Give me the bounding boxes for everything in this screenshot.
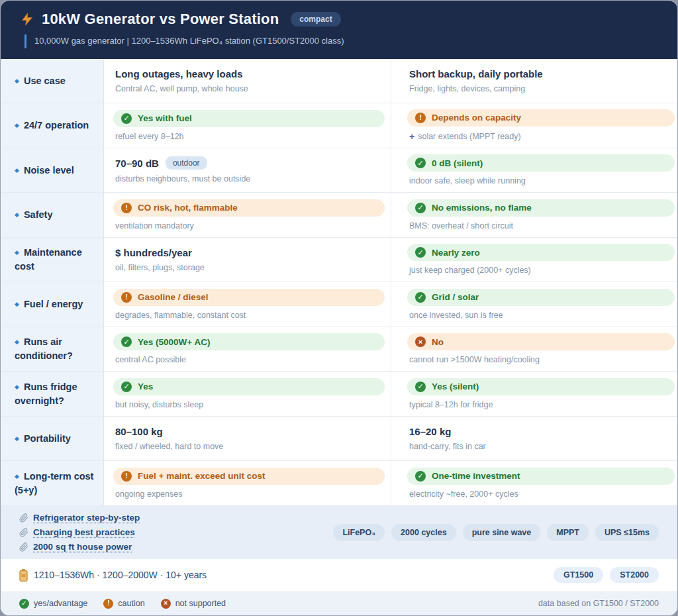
model-badge: GT1500	[554, 567, 603, 583]
cell-sub-text: BMS: overheat / short circuit	[407, 221, 675, 231]
cell-sub-text: electricity ~free, 2000+ cycles	[407, 489, 675, 499]
sub-text: fixed / wheeled, hard to move	[115, 442, 223, 452]
station-cell: 16–20 kghand-carry, fits in car	[391, 417, 678, 461]
cell-sub-text: indoor safe, sleep while running	[407, 176, 675, 186]
row-label: ◆Safety	[15, 208, 52, 222]
row-label-text: Maintenance cost	[15, 247, 82, 272]
station-cell: ×Nocannot run >1500W heating/cooling	[391, 327, 678, 372]
status-pill-bad: ×No	[407, 333, 675, 350]
link-label: 2000 sq ft house power	[33, 542, 132, 552]
status-pill-good: ✓One-time investment	[407, 468, 675, 485]
pill-text: 0 dB (silent)	[432, 158, 483, 168]
row-label: ◆Maintenance cost	[15, 246, 97, 274]
pill-text: Yes (silent)	[432, 382, 479, 391]
generator-cell: ✓Yes with fuelrefuel every 8–12h	[104, 103, 391, 148]
cell-sub-text: refuel every 8–12h	[113, 132, 385, 142]
lightning-bolt-icon	[21, 11, 34, 27]
row-label-text: Use case	[24, 76, 66, 86]
diamond-bullet-icon: ◆	[15, 301, 19, 307]
exclamation-icon: !	[121, 292, 132, 303]
comparison-card: 10kW Generator vs Power Station compact …	[0, 0, 678, 616]
sub-text: but noisy, disturbs sleep	[115, 400, 203, 410]
sub-text: ventilation mandatory	[115, 221, 194, 231]
legend-items: ✓yes/advantage!caution×not supported	[19, 599, 226, 609]
sub-text: degrades, flammable, constant cost	[115, 311, 246, 321]
footer-link[interactable]: Charging best practices	[19, 527, 140, 537]
row-label: ◆Noise level	[15, 164, 74, 178]
outdoor-tag: outdoor	[166, 156, 207, 170]
cell-sub-text: degrades, flammable, constant cost	[113, 311, 385, 321]
main-value: 70–90 dB	[115, 158, 159, 169]
pill-text: CO risk, hot, flammable	[138, 203, 238, 213]
check-icon: ✓	[121, 382, 132, 392]
status-pill-good: ✓Grid / solar	[407, 289, 675, 306]
status-pill-good: ✓Yes (silent)	[407, 378, 675, 395]
generator-cell: !Gasoline / dieseldegrades, flammable, c…	[104, 282, 391, 327]
status-pill-warn: !Gasoline / diesel	[113, 289, 385, 306]
footer-link[interactable]: Refrigerator step-by-step	[19, 513, 140, 523]
check-icon: ✓	[415, 382, 426, 392]
diamond-bullet-icon: ◆	[15, 211, 19, 218]
row-label-text: Runs air conditioner?	[15, 336, 73, 361]
check-icon: ✓	[415, 203, 426, 213]
diamond-bullet-icon: ◆	[15, 435, 19, 442]
status-pill-good: ✓Yes (5000W+ AC)	[113, 333, 385, 350]
row-label: ◆Portability	[15, 432, 71, 446]
spec-tag: 2000 cycles	[391, 524, 456, 541]
diamond-bullet-icon: ◆	[15, 77, 19, 84]
cell-main-text: 70–90 dBoutdoor	[113, 156, 385, 170]
generator-cell: ✓Yesbut noisy, disturbs sleep	[104, 372, 391, 416]
row-label-cell: ◆Runs fridge overnight?	[1, 372, 104, 416]
row-label-text: Long-term cost (5+y)	[15, 471, 93, 495]
diamond-bullet-icon: ◆	[15, 384, 19, 390]
generator-cell: Long outages, heavy loadsCentral AC, wel…	[104, 59, 391, 103]
sub-text: typical 8–12h for fridge	[409, 400, 493, 410]
link-label: Refrigerator step-by-step	[33, 513, 140, 523]
legend-item: ✓yes/advantage	[19, 599, 87, 609]
links-tags-band: Refrigerator step-by-stepCharging best p…	[1, 506, 677, 559]
compact-badge: compact	[291, 12, 340, 26]
main-value: Long outages, heavy loads	[115, 68, 243, 79]
row-label-cell: ◆Noise level	[1, 148, 104, 193]
pill-text: No emissions, no flame	[432, 203, 532, 213]
check-icon: ✓	[121, 336, 132, 347]
sub-text: ongoing expenses	[115, 489, 182, 499]
table-row: ◆Long-term cost (5+y)!Fuel + maint. exce…	[1, 461, 677, 506]
sub-text: oil, filters, plugs, storage	[115, 263, 205, 273]
status-pill-good: ✓Yes with fuel	[113, 110, 385, 127]
pill-text: Fuel + maint. exceed unit cost	[138, 471, 265, 481]
row-label-text: Runs fridge overnight?	[15, 382, 77, 406]
cell-sub-text: hand-carry, fits in car	[407, 442, 675, 452]
cell-sub-text: disturbs neighbours, must be outside	[113, 174, 385, 184]
paperclip-icon	[19, 513, 28, 523]
row-label: ◆24/7 operation	[15, 119, 89, 132]
cell-sub-text: typical 8–12h for fridge	[407, 400, 675, 410]
check-icon: ✓	[19, 599, 29, 609]
pill-text: Yes with fuel	[138, 113, 192, 123]
footer-link[interactable]: 2000 sq ft house power	[19, 542, 140, 552]
pill-text: Gasoline / diesel	[138, 292, 209, 302]
check-icon: ✓	[415, 292, 426, 303]
cell-sub-text: ongoing expenses	[113, 489, 385, 499]
exclamation-icon: !	[121, 471, 132, 482]
sub-text: hand-carry, fits in car	[409, 442, 486, 452]
spec-tag: LiFePO₄	[333, 524, 385, 541]
cell-sub-text: cannot run >1500W heating/cooling	[407, 355, 675, 365]
cell-main-text: 80–100 kg	[113, 426, 385, 437]
row-label-cell: ◆Maintenance cost	[1, 238, 104, 282]
cell-sub-text: Fridge, lights, devices, camping	[407, 84, 675, 94]
cell-main-text: $ hundreds/year	[113, 247, 385, 258]
legend-item: !caution	[103, 599, 144, 609]
cell-sub-text: but noisy, disturbs sleep	[113, 400, 385, 410]
exclamation-icon: !	[103, 599, 113, 609]
sub-text: refuel every 8–12h	[115, 132, 184, 142]
station-cell: ✓No emissions, no flameBMS: overheat / s…	[391, 193, 678, 237]
subtitle: 10,000W gas generator | 1200–1536Wh LiFe…	[24, 34, 659, 48]
row-label-text: Noise level	[24, 165, 74, 176]
status-pill-warn: !Depends on capacity	[407, 109, 675, 127]
row-label: ◆Use case	[15, 74, 66, 88]
generator-cell: $ hundreds/yearoil, filters, plugs, stor…	[104, 238, 391, 282]
cell-sub-text: once invested, sun is free	[407, 311, 675, 321]
check-icon: ✓	[415, 247, 426, 258]
paperclip-icon	[19, 542, 28, 552]
